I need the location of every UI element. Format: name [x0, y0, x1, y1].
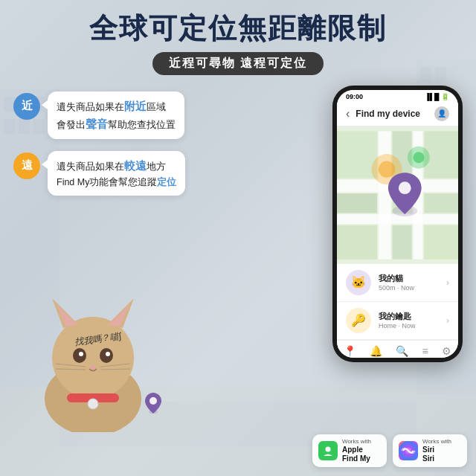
subtitle-badge-container: 近程可尋物 遠程可定位 — [0, 52, 476, 75]
phone-avatar: 👤 — [434, 106, 449, 121]
phone-status-bar: 09:00 ▐▌█ 🔋 — [337, 90, 458, 103]
svg-point-34 — [399, 181, 411, 194]
svg-rect-25 — [424, 193, 458, 213]
near-text-3: 會發出 — [57, 120, 86, 130]
phone-tab-4[interactable]: ≡ — [422, 345, 428, 357]
svg-rect-23 — [337, 193, 377, 213]
page-content: 全球可定位無距離限制 近程可尋物 遠程可定位 近 遺失商品如果在附近區域 會發出… — [0, 0, 476, 476]
tab-2-icon: 🔔 — [370, 345, 382, 357]
phone-screen-title: Find my device — [356, 109, 428, 119]
svg-rect-17 — [337, 214, 458, 224]
cat-location-pin — [145, 393, 161, 416]
device-key-status: Home · Now — [379, 322, 439, 329]
near-sound-highlight: 聲音 — [86, 118, 108, 130]
far-highlight: 較遠 — [124, 159, 147, 172]
siri-badge-text: Works with Siri Siri — [422, 438, 451, 463]
svg-point-32 — [413, 152, 424, 163]
far-text-2: 地方 — [147, 161, 166, 172]
near-text-4: 幫助您查找位置 — [108, 120, 176, 130]
phone-header: ‹ Find my device 👤 — [337, 103, 458, 126]
near-text-2: 區域 — [147, 102, 166, 112]
device-key-name: 我的鑰匙 — [379, 311, 439, 322]
findmy-logo — [318, 441, 338, 460]
far-icon: 遠 — [13, 152, 40, 179]
device-cat-arrow: › — [446, 277, 449, 288]
near-text-1: 遺失商品如果在 — [57, 102, 124, 112]
phone-signal: ▐▌█ 🔋 — [425, 93, 449, 100]
svg-rect-28 — [424, 225, 458, 260]
findmy-name-line2: Find My — [342, 454, 371, 463]
far-bubble-container: 遠 遺失商品如果在較遠地方 Find My功能會幫您追蹤定位 — [13, 151, 325, 196]
phone-tab-1[interactable]: 📍 — [344, 345, 356, 357]
cat-pin-svg — [145, 393, 161, 414]
phone-tabs: 📍 🔔 🔍 ≡ ⚙ — [337, 340, 458, 358]
device-cat-status: 500m · Now — [379, 284, 439, 292]
device-cat-info: 我的貓 500m · Now — [379, 273, 439, 292]
near-bubble-text: 遺失商品如果在附近區域 會發出聲音幫助您查找位置 — [48, 91, 184, 139]
near-highlight: 附近 — [124, 100, 147, 112]
svg-point-53 — [88, 399, 98, 409]
findmy-name-line1: Apple — [342, 446, 371, 454]
tab-4-icon: ≡ — [422, 345, 428, 357]
device-key-info: 我的鑰匙 Home · Now — [379, 311, 439, 329]
far-text-3: Find My功能會幫您追蹤 — [57, 177, 157, 187]
device-cat-icon: 🐱 — [346, 270, 371, 295]
svg-rect-20 — [337, 131, 377, 178]
siri-logo-svg — [399, 441, 418, 460]
svg-point-45 — [79, 352, 83, 356]
phone-tab-5[interactable]: ⚙ — [442, 345, 451, 357]
phone-screen: 09:00 ▐▌█ 🔋 ‹ Find my device 👤 — [337, 90, 458, 358]
findmy-logo-svg — [321, 444, 335, 457]
near-bubble-container: 近 遺失商品如果在附近區域 會發出聲音幫助您查找位置 — [13, 91, 325, 139]
subtitle-badge: 近程可尋物 遠程可定位 — [152, 52, 324, 75]
device-item-cat[interactable]: 🐱 我的貓 500m · Now › — [337, 264, 458, 302]
phone-tab-3[interactable]: 🔍 — [396, 345, 408, 357]
svg-point-36 — [149, 397, 157, 405]
siri-works-label: Works with — [422, 438, 451, 446]
svg-point-30 — [379, 161, 395, 177]
phone-map — [337, 126, 458, 264]
findmy-works-label: Works with — [342, 438, 371, 446]
device-key-icon: 🔑 — [346, 308, 371, 333]
svg-rect-18 — [379, 131, 391, 259]
phone-tab-2[interactable]: 🔔 — [370, 345, 382, 357]
device-list: 🐱 我的貓 500m · Now › 🔑 我的鑰匙 Home · Now — [337, 264, 458, 340]
svg-point-56 — [326, 447, 331, 452]
tab-5-icon: ⚙ — [442, 345, 451, 357]
siri-badge: Works with Siri Siri — [393, 434, 467, 467]
map-svg — [337, 126, 458, 264]
phone-time: 09:00 — [346, 93, 363, 100]
far-bubble-text: 遺失商品如果在較遠地方 Find My功能會幫您追蹤定位 — [48, 151, 185, 196]
tab-3-icon: 🔍 — [396, 345, 408, 357]
device-item-key[interactable]: 🔑 我的鑰匙 Home · Now › — [337, 302, 458, 340]
svg-rect-26 — [337, 225, 377, 260]
bottom-badges: Works with Apple Find My — [312, 434, 467, 467]
main-title: 全球可定位無距離限制 — [0, 0, 476, 45]
siri-suffix: Siri — [422, 454, 451, 463]
svg-point-38 — [52, 317, 134, 399]
apple-findmy-badge: Works with Apple Find My — [312, 434, 387, 467]
phone-back-button[interactable]: ‹ — [346, 107, 350, 120]
device-key-arrow: › — [446, 315, 449, 326]
left-panel: 近 遺失商品如果在附近區域 會發出聲音幫助您查找位置 遠 遺失商品如果在較遠地方… — [13, 86, 325, 196]
device-cat-name: 我的貓 — [379, 273, 439, 284]
siri-name: Siri — [422, 446, 451, 454]
far-locate: 定位 — [157, 177, 176, 187]
phone-mockup: 09:00 ▐▌█ 🔋 ‹ Find my device 👤 — [332, 86, 463, 362]
siri-logo — [399, 441, 418, 460]
findmy-badge-text: Works with Apple Find My — [342, 438, 371, 463]
tab-1-icon: 📍 — [344, 345, 356, 357]
far-text-1: 遺失商品如果在 — [57, 161, 124, 172]
svg-point-46 — [106, 352, 110, 356]
near-icon: 近 — [13, 93, 40, 120]
svg-rect-27 — [393, 225, 412, 260]
